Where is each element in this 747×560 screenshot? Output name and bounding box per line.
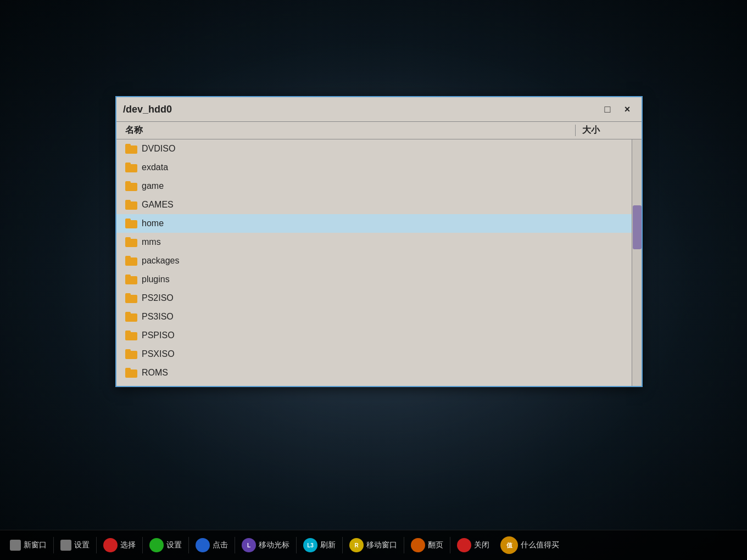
folder-icon	[125, 237, 137, 247]
file-list-content[interactable]: DVDISOexdatagameGAMEShomemmspackagesplug…	[116, 139, 632, 386]
file-row[interactable]: PSXISO	[116, 345, 632, 363]
taskbar-icon: 值	[500, 536, 518, 554]
column-header: 名称 大小	[116, 122, 642, 139]
taskbar-icon	[411, 538, 425, 552]
file-row[interactable]: GAMES	[116, 195, 632, 214]
folder-icon	[125, 349, 137, 359]
taskbar-icon	[103, 538, 118, 552]
folder-icon	[125, 312, 137, 322]
taskbar-label: 翻页	[428, 540, 443, 550]
taskbar-divider	[142, 537, 143, 553]
taskbar-item[interactable]: 新窗口	[4, 540, 52, 551]
folder-icon	[125, 256, 137, 266]
file-row[interactable]: game	[116, 177, 632, 195]
taskbar-divider	[342, 537, 343, 553]
taskbar-icon	[60, 540, 71, 551]
col-name-header: 名称	[116, 125, 576, 136]
file-name: packages	[142, 256, 180, 266]
scrollbar-thumb[interactable]	[633, 205, 642, 249]
file-row[interactable]: DVDISO	[116, 139, 632, 158]
taskbar: 新窗口设置选择设置点击L移动光标L3刷新R移动窗口翻页关闭值什么值得买	[0, 530, 747, 560]
taskbar-icon	[457, 538, 471, 552]
window-titlebar: /dev_hdd0 □ ×	[116, 97, 642, 122]
file-row[interactable]: home	[116, 214, 632, 233]
taskbar-label: 设置	[166, 540, 182, 550]
file-name: GAMES	[142, 200, 174, 210]
taskbar-divider	[53, 537, 54, 553]
taskbar-divider	[96, 537, 97, 553]
window-controls: □ ×	[600, 102, 635, 117]
file-name: mms	[142, 237, 161, 247]
folder-icon	[125, 275, 137, 284]
taskbar-label: 新窗口	[24, 540, 47, 550]
maximize-button[interactable]: □	[600, 102, 615, 117]
file-name: PSXISO	[142, 349, 175, 359]
taskbar-icon: L3	[303, 538, 317, 552]
file-name: exdata	[142, 163, 168, 172]
taskbar-divider	[404, 537, 404, 553]
folder-icon	[125, 144, 137, 154]
file-name: DVDISO	[142, 144, 175, 154]
file-row[interactable]: plugins	[116, 270, 632, 289]
taskbar-icon: L	[242, 538, 256, 552]
taskbar-divider	[188, 537, 189, 553]
file-row[interactable]: PS2ISO	[116, 289, 632, 307]
taskbar-item[interactable]: 选择	[98, 538, 141, 552]
file-name: PSPISO	[142, 331, 175, 340]
taskbar-icon	[10, 540, 21, 551]
folder-icon	[125, 368, 137, 378]
file-row[interactable]: PS3ISO	[116, 307, 632, 326]
taskbar-item[interactable]: 值什么值得买	[495, 536, 565, 554]
file-row[interactable]: theme	[116, 382, 632, 386]
file-row[interactable]: PSPISO	[116, 326, 632, 345]
file-manager-window: /dev_hdd0 □ × 名称 大小 DVDISOexdatagameGAME…	[115, 96, 643, 387]
taskbar-icon	[149, 538, 164, 552]
file-row[interactable]: packages	[116, 251, 632, 270]
taskbar-item[interactable]: 设置	[55, 540, 95, 551]
taskbar-divider	[450, 537, 450, 553]
file-name: home	[142, 219, 164, 228]
taskbar-label: 点击	[213, 540, 228, 550]
taskbar-item[interactable]: R移动窗口	[344, 538, 403, 552]
taskbar-divider	[296, 537, 297, 553]
taskbar-item[interactable]: 点击	[190, 538, 233, 552]
taskbar-item[interactable]: 翻页	[405, 538, 449, 552]
file-row[interactable]: ROMS	[116, 363, 632, 382]
file-name: game	[142, 181, 164, 191]
taskbar-label: 选择	[120, 540, 136, 550]
taskbar-label: 什么值得买	[521, 540, 559, 550]
file-list: DVDISOexdatagameGAMEShomemmspackagesplug…	[116, 139, 642, 386]
close-button[interactable]: ×	[620, 102, 635, 117]
file-name: PS2ISO	[142, 293, 174, 303]
file-row[interactable]: exdata	[116, 158, 632, 177]
taskbar-label: 移动光标	[259, 540, 289, 550]
file-name: plugins	[142, 275, 170, 284]
taskbar-item[interactable]: 设置	[144, 538, 187, 552]
taskbar-label: 设置	[74, 540, 90, 550]
taskbar-item[interactable]: 关闭	[451, 538, 495, 552]
folder-icon	[125, 163, 137, 172]
taskbar-item[interactable]: L3刷新	[298, 538, 341, 552]
folder-icon	[125, 293, 137, 303]
window-title: /dev_hdd0	[123, 104, 172, 115]
taskbar-divider	[235, 537, 235, 553]
taskbar-label: 移动窗口	[366, 540, 397, 550]
file-name: PS3ISO	[142, 312, 174, 322]
folder-icon	[125, 331, 137, 340]
folder-icon	[125, 200, 137, 210]
folder-icon	[125, 219, 137, 228]
taskbar-label: 刷新	[320, 540, 336, 550]
col-size-header: 大小	[576, 125, 642, 136]
taskbar-label: 关闭	[474, 540, 489, 550]
taskbar-item[interactable]: L移动光标	[236, 538, 295, 552]
scrollbar-track[interactable]	[632, 139, 642, 386]
file-name: ROMS	[142, 368, 168, 378]
folder-icon	[125, 181, 137, 191]
taskbar-icon	[196, 538, 210, 552]
taskbar-icon: R	[349, 538, 364, 552]
file-row[interactable]: mms	[116, 233, 632, 251]
